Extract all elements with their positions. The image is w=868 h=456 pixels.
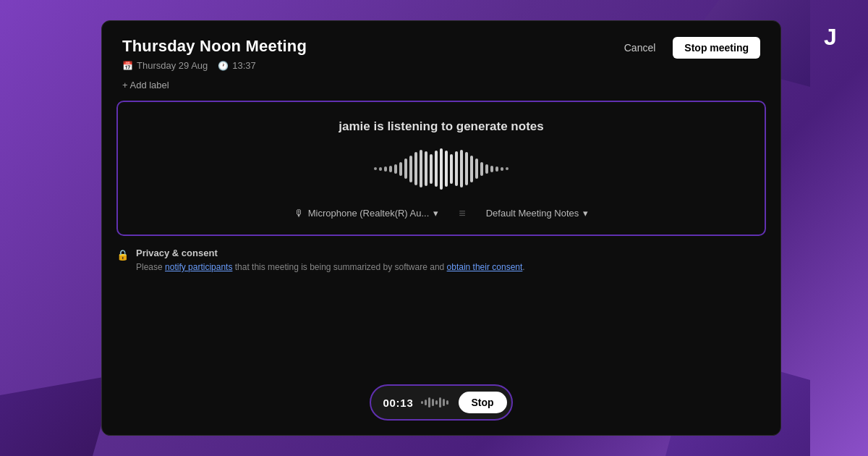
waveform-bar [495,166,498,172]
waveform-bar [460,150,463,187]
stop-button[interactable]: Stop [459,392,507,413]
waveform-bar [480,162,483,176]
waveform-bar [470,156,473,182]
calendar-icon: 📅 [122,61,133,71]
modal-header: Thursday Noon Meeting 📅 Thursday 29 Aug … [102,21,780,71]
add-label-button[interactable]: + Add label [122,80,760,90]
waveform-bar [506,167,509,170]
modal-body [102,274,780,373]
timer-wave-bar [439,397,441,408]
date-meta: 📅 Thursday 29 Aug [122,60,208,71]
waveform-bar [485,164,488,174]
timer-wave-bar [443,399,445,406]
add-label-text: + Add label [122,80,169,90]
notes-label: Default Meeting Notes [486,208,579,219]
waveform-bar [404,159,407,179]
privacy-text: Please notify participants that this mee… [136,261,525,274]
waveform-bar [445,151,448,187]
svg-text:J: J [824,24,837,50]
waveform-bar [399,162,402,176]
meeting-title: Thursday Noon Meeting [122,37,307,56]
obtain-consent-link[interactable]: obtain their consent [447,262,523,272]
timer-wave-bar [446,400,448,405]
waveform-bar [430,154,433,184]
waveform-bar [409,156,412,182]
jamie-logo: J [814,20,846,52]
header-left: Thursday Noon Meeting 📅 Thursday 29 Aug … [122,37,307,71]
microphone-label: Microphone (Realtek(R) Au... [308,208,430,219]
meeting-date: Thursday 29 Aug [137,60,208,71]
waveform-bar [384,166,387,172]
cancel-button[interactable]: Cancel [614,37,666,59]
meeting-meta: 📅 Thursday 29 Aug 🕐 13:37 [122,60,307,71]
main-modal: Thursday Noon Meeting 📅 Thursday 29 Aug … [101,20,781,436]
waveform-visualization [132,147,750,190]
privacy-text-middle: that this meeting is being summarized by… [232,262,446,272]
timer-wave-bar [421,401,423,404]
header-actions: Cancel Stop meeting [614,37,760,59]
timer-waveform [421,396,448,409]
meeting-time: 13:37 [232,60,256,71]
time-meta: 🕐 13:37 [218,60,256,71]
microphone-chevron: ▾ [433,208,438,219]
privacy-content: Privacy & consent Please notify particip… [136,248,525,274]
timer-wave-bar [435,400,438,405]
waveform-bar [420,150,422,187]
timer-wave-bar [425,400,427,405]
bottom-bar: 00:13 Stop [102,373,780,435]
waveform-bar [425,151,427,186]
stop-meeting-button[interactable]: Stop meeting [673,37,760,59]
controls-row: 🎙 Microphone (Realtek(R) Au... ▾ ≡ Defau… [132,205,750,221]
waveform-bar [455,151,458,186]
waveform-bar [440,148,443,190]
waveform-bar [450,154,453,184]
listening-title: jamie is listening to generate notes [132,119,750,134]
timer-wave-bar [432,399,434,406]
waveform-bar [394,164,397,174]
divider-icon: ≡ [459,207,465,220]
microphone-select[interactable]: 🎙 Microphone (Realtek(R) Au... ▾ [289,205,445,221]
timer-wave-bar [428,397,430,408]
listening-card: jamie is listening to generate notes 🎙 M… [116,101,766,236]
lock-icon: 🔒 [116,249,129,261]
waveform-bar [465,152,468,185]
waveform-bar [414,152,417,185]
waveform-bar [374,167,377,170]
waveform-bar [490,166,493,172]
timer-pill: 00:13 Stop [370,384,512,421]
clock-icon: 🕐 [218,61,229,71]
waveform-bar [435,151,438,187]
notes-select[interactable]: Default Meeting Notes ▾ [480,205,595,221]
notes-chevron: ▾ [583,208,588,219]
privacy-title: Privacy & consent [136,248,525,258]
waveform-bar [475,159,478,179]
waveform-bar [389,166,392,172]
privacy-text-before: Please [136,262,165,272]
timer-display: 00:13 [383,397,413,409]
waveform-bar [379,167,382,171]
privacy-text-end: . [522,262,524,272]
notify-participants-link[interactable]: notify participants [165,262,232,272]
microphone-icon: 🎙 [294,208,304,219]
privacy-section: 🔒 Privacy & consent Please notify partic… [116,248,766,274]
waveform-bar [501,167,503,171]
